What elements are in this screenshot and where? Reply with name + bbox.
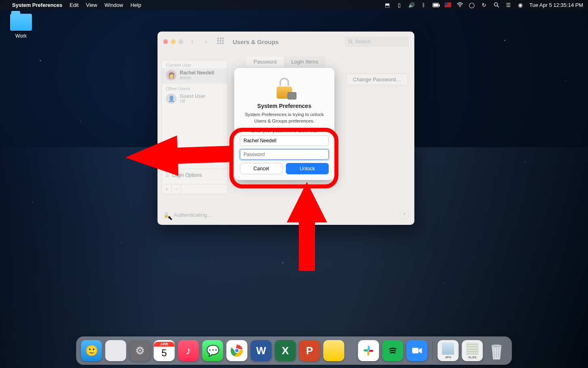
close-button[interactable]	[163, 39, 168, 44]
search-input[interactable]: Search	[345, 36, 409, 47]
dock-music[interactable]: ♪	[178, 340, 199, 361]
menu-view[interactable]: View	[86, 2, 97, 8]
dock-messages[interactable]: 💬	[202, 340, 223, 361]
dock-notes[interactable]	[323, 340, 344, 361]
minimize-button[interactable]	[171, 39, 176, 44]
svg-point-0	[460, 6, 460, 7]
password-field[interactable]	[240, 149, 329, 160]
sidebar-header-other: Other Users	[162, 84, 227, 92]
menu-help[interactable]: Help	[130, 2, 141, 8]
dropbox-icon[interactable]: ⬒	[384, 2, 391, 8]
search-placeholder: Search	[355, 39, 371, 44]
dock-excel[interactable]: X	[275, 340, 296, 361]
folder-label: Work	[6, 33, 36, 39]
svg-marker-15	[419, 348, 422, 353]
sidebar-item-guest-user[interactable]: 👤 Guest User Off	[162, 92, 227, 107]
lock-status: Authenticating…	[174, 212, 212, 218]
dock-word[interactable]: W	[251, 340, 272, 361]
calendar-month: APR	[154, 342, 175, 347]
file-ext: XLSX	[468, 355, 477, 359]
desktop-folder-work[interactable]: Work	[6, 14, 36, 39]
avatar: 👩	[166, 70, 176, 80]
svg-point-9	[235, 349, 239, 353]
tab-bar: Password Login Items	[246, 57, 326, 67]
svg-line-4	[351, 42, 353, 44]
avatar: 👤	[166, 93, 176, 104]
svg-rect-13	[369, 350, 374, 352]
dialog-instruction: Enter your password to allow this.	[240, 128, 329, 133]
battery-icon[interactable]	[433, 2, 439, 8]
folder-icon	[10, 14, 32, 31]
dialog-title: System Preferences	[240, 103, 329, 109]
timemachine-icon[interactable]: ↻	[481, 2, 487, 8]
dock-file-xlsx[interactable]: XLSX	[462, 340, 483, 361]
window-title: Users & Groups	[233, 38, 279, 45]
lock-prefs-icon	[274, 78, 295, 99]
svg-rect-14	[412, 348, 419, 353]
user-sidebar: Current User 👩 Rachel Needell Admin Othe…	[162, 60, 228, 194]
user-name: Rachel Needell	[180, 70, 214, 76]
remove-user-button[interactable]: −	[172, 184, 181, 194]
svg-rect-12	[368, 351, 370, 355]
bluetooth-icon[interactable]: ᛒ	[420, 2, 427, 8]
user-role: Admin	[180, 76, 214, 80]
dock-finder[interactable]: 🙂	[81, 340, 102, 361]
cancel-button[interactable]: Cancel	[240, 163, 283, 174]
tab-login-items[interactable]: Login Items	[284, 57, 326, 67]
user-role: Off	[180, 99, 206, 104]
pm-spacer	[181, 184, 227, 194]
dock-chrome[interactable]	[227, 340, 248, 361]
calendar-day: 5	[162, 347, 167, 360]
input-flag-icon[interactable]	[445, 2, 451, 8]
authentication-dialog: System Preferences System Preferences is…	[234, 68, 334, 180]
spotlight-icon[interactable]	[493, 2, 500, 8]
svg-point-1	[494, 3, 498, 6]
menu-bar: System Preferences Edit View Window Help…	[0, 0, 588, 10]
volume-icon[interactable]: 🔊	[408, 2, 415, 8]
dock-zoom[interactable]	[407, 340, 428, 361]
home-icon: ⌂	[166, 172, 169, 178]
back-button[interactable]: ‹	[187, 37, 197, 47]
zoom-button[interactable]	[178, 39, 183, 44]
dock-spotify[interactable]	[382, 340, 403, 361]
dock-powerpoint[interactable]: P	[299, 340, 320, 361]
svg-line-2	[497, 6, 499, 7]
control-center-icon[interactable]: ☰	[505, 2, 512, 8]
wifi-icon[interactable]	[457, 2, 463, 8]
forward-button[interactable]: ›	[201, 37, 211, 47]
sidebar-header-current: Current User	[162, 60, 227, 68]
menu-edit[interactable]: Edit	[69, 2, 78, 8]
dock-trash[interactable]	[486, 340, 507, 361]
clock[interactable]: Tue Apr 5 12:35:14 PM	[529, 2, 583, 8]
dock-calendar[interactable]: APR 5	[154, 340, 175, 361]
show-all-icon[interactable]	[217, 38, 225, 46]
unlock-button[interactable]: Unlock	[286, 163, 329, 174]
help-button[interactable]: ?	[400, 210, 409, 219]
dock-system-preferences[interactable]: ⚙	[130, 340, 151, 361]
sidebar-item-current-user[interactable]: 👩 Rachel Needell Admin	[162, 68, 227, 84]
dock-launchpad[interactable]	[105, 340, 126, 361]
username-field[interactable]	[240, 135, 329, 146]
phone-sync-icon[interactable]: ▯	[396, 2, 403, 8]
dock-separator	[433, 341, 433, 360]
mouse-cursor: ⬉	[168, 214, 173, 222]
app-menu[interactable]: System Preferences	[12, 2, 62, 8]
file-ext: JPG	[445, 355, 451, 359]
dock: 🙂 ⚙ APR 5 ♪ 💬 W X P JPG XLSX	[76, 336, 512, 365]
change-password-button[interactable]: Change Password…	[346, 74, 408, 85]
dock-slack[interactable]	[358, 340, 379, 361]
svg-rect-11	[364, 349, 368, 351]
dialog-message: System Preferences is trying to unlock U…	[240, 112, 329, 127]
window-titlebar: ‹ › Users & Groups Search	[158, 32, 414, 52]
svg-rect-10	[368, 346, 370, 350]
add-user-button[interactable]: +	[162, 184, 172, 194]
login-options-button[interactable]: ⌂ Login Options	[162, 169, 227, 181]
tab-password[interactable]: Password	[246, 57, 284, 67]
svg-point-3	[349, 40, 352, 43]
dock-file-jpg[interactable]: JPG	[438, 340, 459, 361]
svg-point-16	[491, 345, 502, 347]
user-icon[interactable]: ◯	[469, 2, 475, 8]
login-options-label: Login Options	[172, 172, 202, 178]
menu-window[interactable]: Window	[105, 2, 123, 8]
siri-icon[interactable]: ◉	[517, 2, 524, 8]
